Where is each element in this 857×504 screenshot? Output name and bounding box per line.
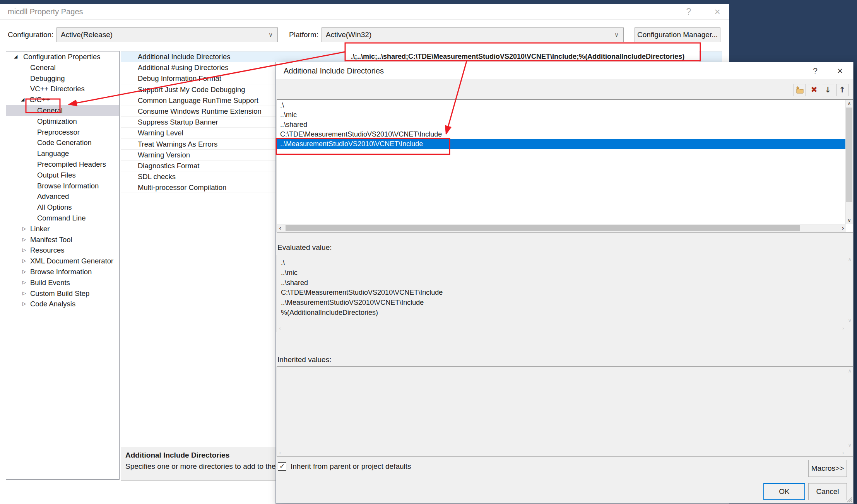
- configuration-label: Configuration:: [8, 27, 53, 42]
- dialog-help-icon[interactable]: ?: [808, 62, 822, 79]
- tree-item-configuration-properties[interactable]: ◢Configuration Properties: [6, 51, 119, 62]
- configuration-tree: ◢Configuration Properties General Debugg…: [6, 51, 120, 480]
- evaluated-line: .\: [277, 258, 853, 268]
- tree-item-linker[interactable]: ▷Linker: [6, 224, 119, 234]
- move-up-button[interactable]: ↑: [836, 84, 848, 96]
- arrow-down-icon: ↓: [825, 85, 831, 94]
- expand-arrow-icon[interactable]: ◢: [14, 51, 17, 62]
- property-label: Additional Include Directories: [138, 53, 231, 61]
- scroll-right-icon: ›: [842, 450, 844, 456]
- expand-arrow-icon[interactable]: ◢: [21, 94, 24, 105]
- window-help-icon[interactable]: ?: [681, 4, 696, 19]
- move-down-button[interactable]: ↓: [822, 84, 834, 96]
- tree-item-vc-directories[interactable]: VC++ Directories: [6, 84, 119, 94]
- delete-x-icon: ✖: [811, 85, 818, 94]
- tree-item-manifest-tool[interactable]: ▷Manifest Tool: [6, 234, 119, 245]
- evaluated-line: ..\mic: [277, 268, 853, 278]
- tree-item-precompiled-headers[interactable]: Precompiled Headers: [6, 159, 119, 170]
- tree-item-custom-build-step[interactable]: ▷Custom Build Step: [6, 288, 119, 299]
- collapse-arrow-icon[interactable]: ▷: [22, 234, 26, 245]
- scroll-down-icon: ∨: [848, 442, 852, 448]
- evaluated-line: C:\TDE\MeasurementStudioVS2010\VCNET\Inc…: [277, 288, 853, 298]
- collapse-arrow-icon[interactable]: ▷: [22, 288, 26, 299]
- tree-item-debugging[interactable]: Debugging: [6, 73, 119, 84]
- tree-item-code-generation[interactable]: Code Generation: [6, 137, 119, 148]
- dialog-titlebar: Additional Include Directories ? ×: [276, 62, 853, 79]
- tree-item-browse-information[interactable]: Browse Information: [6, 181, 119, 191]
- tree-item-output-files[interactable]: Output Files: [6, 170, 119, 181]
- evaluated-value-label: Evaluated value:: [277, 243, 332, 252]
- configuration-manager-button[interactable]: Configuration Manager...: [635, 27, 720, 42]
- property-row-additional-include-directories[interactable]: Additional Include Directories .\;..\mic…: [121, 51, 722, 62]
- new-folder-icon: [795, 85, 804, 95]
- scroll-up-icon[interactable]: ∧: [846, 100, 853, 107]
- chevron-down-icon: ∨: [269, 28, 273, 42]
- tree-item-browse-information-2[interactable]: ▷Browse Information: [6, 267, 119, 277]
- collapse-arrow-icon[interactable]: ▷: [22, 256, 26, 267]
- list-item[interactable]: C:\TDE\MeasurementStudioVS2010\VCNET\Inc…: [277, 130, 846, 139]
- platform-label: Platform:: [289, 27, 318, 42]
- tree-item-preprocessor[interactable]: Preprocessor: [6, 127, 119, 138]
- list-item[interactable]: .\: [277, 101, 846, 110]
- macros-button[interactable]: Macros>>: [808, 460, 847, 477]
- tree-item-optimization[interactable]: Optimization: [6, 116, 119, 127]
- resize-grip[interactable]: [846, 496, 852, 502]
- delete-entry-button[interactable]: ✖: [808, 84, 820, 96]
- tree-item-build-events[interactable]: ▷Build Events: [6, 277, 119, 288]
- scroll-up-icon: ∧: [848, 368, 852, 374]
- chevron-down-icon: ∨: [614, 28, 619, 42]
- scroll-left-icon[interactable]: ‹: [279, 224, 281, 232]
- include-directories-list: .\ ..\mic ..\shared C:\TDE\MeasurementSt…: [277, 99, 853, 232]
- tree-item-resources[interactable]: ▷Resources: [6, 245, 119, 256]
- ok-button[interactable]: OK: [763, 483, 805, 500]
- configuration-dropdown[interactable]: Active(Release) ∨: [56, 27, 278, 42]
- tree-item-c-cpp[interactable]: ◢C/C++: [6, 94, 119, 105]
- platform-value: Active(Win32): [326, 31, 371, 39]
- inherit-defaults-checkbox[interactable]: ✓: [278, 462, 286, 471]
- dialog-title: Additional Include Directories: [284, 62, 384, 79]
- tree-item-all-options[interactable]: All Options: [6, 202, 119, 213]
- inherit-defaults-label: Inherit from parent or project defaults: [291, 461, 411, 472]
- window-titlebar: micdll Property Pages ? ×: [0, 4, 729, 20]
- scroll-left-icon: ‹: [279, 450, 281, 456]
- tree-item-language[interactable]: Language: [6, 148, 119, 159]
- collapse-arrow-icon[interactable]: ▷: [22, 277, 26, 288]
- tree-item-command-line[interactable]: Command Line: [6, 213, 119, 224]
- inherited-values-label: Inherited values:: [277, 355, 331, 364]
- platform-dropdown[interactable]: Active(Win32) ∨: [322, 27, 624, 42]
- dialog-close-icon[interactable]: ×: [833, 62, 847, 79]
- list-item[interactable]: ..\shared: [277, 120, 846, 130]
- tree-item-general[interactable]: General: [6, 62, 119, 73]
- window-title: micdll Property Pages: [8, 4, 83, 19]
- scroll-right-icon: ›: [842, 325, 844, 331]
- check-icon: ✓: [279, 462, 285, 470]
- desktop-background: micdll Property Pages ? × Configuration:…: [0, 0, 857, 504]
- vertical-scrollbar[interactable]: ∧ ∨: [845, 100, 853, 224]
- additional-include-directories-dialog: Additional Include Directories ? × ✖ ↓ ↑…: [275, 62, 854, 504]
- tree-item-xml-document-generator[interactable]: ▷XML Document Generator: [6, 256, 119, 267]
- tree-item-c-cpp-general[interactable]: General: [6, 105, 119, 116]
- scroll-down-icon: ∨: [848, 318, 852, 323]
- scroll-down-icon[interactable]: ∨: [846, 217, 853, 224]
- horizontal-scrollbar[interactable]: ‹ ›: [277, 224, 846, 232]
- new-line-folder-button[interactable]: [794, 84, 806, 96]
- evaluated-line: %(AdditionalIncludeDirectories): [277, 308, 853, 318]
- cancel-button[interactable]: Cancel: [808, 483, 847, 500]
- collapse-arrow-icon[interactable]: ▷: [22, 245, 26, 256]
- evaluated-line: ..\MeasurementStudioVS2010\VCNET\Include: [277, 298, 853, 308]
- collapse-arrow-icon[interactable]: ▷: [22, 299, 26, 309]
- evaluated-line: ..\shared: [277, 278, 853, 288]
- tree-item-advanced[interactable]: Advanced: [6, 191, 119, 202]
- window-close-icon[interactable]: ×: [710, 4, 725, 19]
- additional-include-directories-value-field[interactable]: .\;..\mic;..\shared;C:\TDE\MeasurementSt…: [346, 50, 699, 63]
- list-item-selected[interactable]: ..\MeasurementStudioVS2010\VCNET\Include: [277, 139, 846, 149]
- scrollbar-thumb[interactable]: [286, 225, 800, 231]
- collapse-arrow-icon[interactable]: ▷: [22, 267, 26, 277]
- tree-item-code-analysis[interactable]: ▷Code Analysis: [6, 299, 119, 309]
- list-item[interactable]: ..\mic: [277, 110, 846, 120]
- scrollbar-thumb[interactable]: [846, 108, 852, 202]
- scroll-left-icon: ‹: [279, 325, 281, 331]
- scroll-right-icon[interactable]: ›: [842, 224, 844, 232]
- collapse-arrow-icon[interactable]: ▷: [22, 224, 26, 234]
- inherited-values-box: ∧ ∨ ‹ ›: [277, 366, 853, 457]
